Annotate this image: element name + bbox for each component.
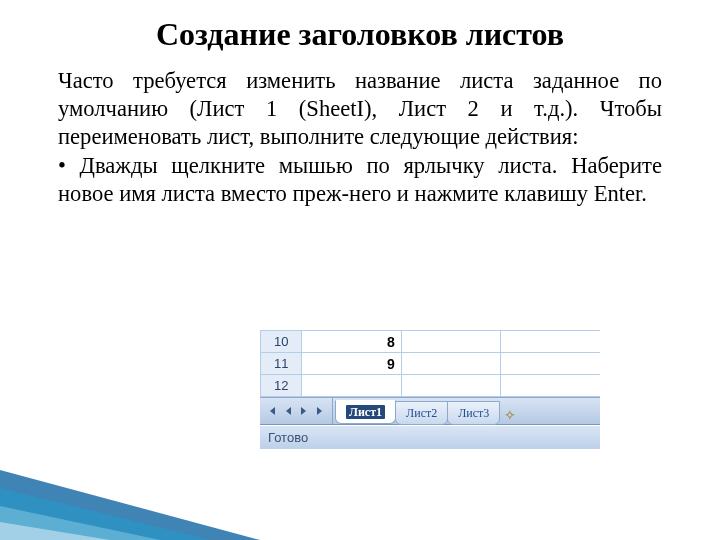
cell[interactable] [302,375,401,397]
cell[interactable]: 8 [302,331,401,353]
cell[interactable] [401,331,500,353]
cell[interactable] [501,375,600,397]
cell[interactable] [401,375,500,397]
body-text: Часто требуется изменить название листа … [58,67,662,208]
slide-title: Создание заголовков листов [58,16,662,53]
decorative-wedge [0,440,260,540]
svg-marker-0 [0,470,260,540]
excel-screenshot: 10 8 11 9 12 [260,330,600,460]
status-bar: Готово [260,425,600,449]
new-sheet-icon[interactable]: ✧ [499,407,521,424]
sheet-tab-label: Лист2 [406,406,437,420]
prev-tab-icon[interactable] [282,404,294,418]
tab-nav-buttons [260,398,333,424]
row-header[interactable]: 10 [261,331,302,353]
table-row: 12 [261,375,601,397]
cell[interactable] [501,331,600,353]
table-row: 11 9 [261,353,601,375]
sheet-tabs: Лист1 Лист2 Лист3 ✧ [333,398,521,424]
svg-marker-1 [0,488,210,540]
first-tab-icon[interactable] [266,404,278,418]
sheet-tab-label: Лист1 [346,405,385,419]
row-header[interactable]: 12 [261,375,302,397]
last-tab-icon[interactable] [314,404,326,418]
status-text: Готово [268,430,308,445]
row-header[interactable]: 11 [261,353,302,375]
svg-marker-3 [0,522,110,540]
slide: Создание заголовков листов Часто требует… [0,0,720,540]
cell[interactable]: 9 [302,353,401,375]
tab-strip-spacer [521,398,600,424]
table-row: 10 8 [261,331,601,353]
sheet-tab-3[interactable]: Лист3 [447,401,500,425]
sheet-tab-2[interactable]: Лист2 [395,401,448,425]
svg-marker-2 [0,506,160,540]
sheet-tab-1[interactable]: Лист1 [335,400,396,424]
cell[interactable] [501,353,600,375]
sheet-tab-label: Лист3 [458,406,489,420]
paragraph-2: • Дважды щелкните мышью по ярлычку листа… [58,152,662,208]
paragraph-1: Часто требуется изменить название листа … [58,67,662,152]
sheet-tab-strip: Лист1 Лист2 Лист3 ✧ [260,397,600,425]
next-tab-icon[interactable] [298,404,310,418]
grid-fragment: 10 8 11 9 12 [260,330,600,397]
cell[interactable] [401,353,500,375]
